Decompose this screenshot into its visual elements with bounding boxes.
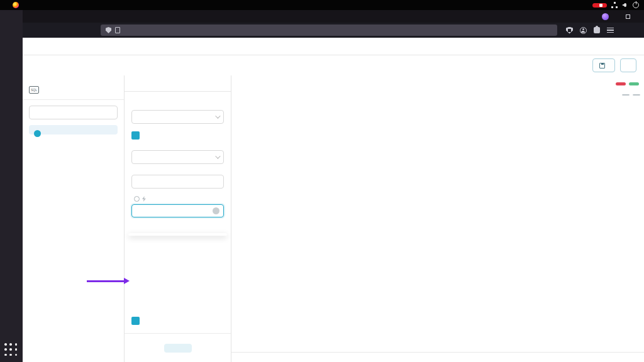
url-toolbar — [23, 23, 644, 38]
label-contents-label — [131, 196, 224, 202]
stop-icon — [599, 4, 602, 7]
label-contents-dropdown — [128, 233, 227, 236]
pocket-shield-icon[interactable] — [566, 27, 573, 34]
margin-input[interactable] — [131, 175, 224, 189]
chevron-down-icon — [215, 153, 220, 158]
show-applications-button[interactable] — [4, 343, 18, 357]
orientation-select[interactable] — [131, 150, 224, 164]
update-chart-button[interactable] — [164, 344, 192, 353]
os-top-bar — [0, 0, 644, 10]
more-options-button[interactable] — [620, 58, 636, 72]
show-legend-row[interactable] — [131, 131, 224, 140]
sql-dataset-icon: SQL — [29, 86, 39, 94]
restore-button[interactable] — [626, 14, 630, 19]
screen: SQL — [0, 0, 644, 362]
annotation-arrow — [87, 280, 125, 282]
superset-navbar — [23, 38, 644, 55]
funnel-chart — [231, 75, 644, 362]
chart-panel — [231, 75, 644, 362]
private-browsing-badge — [602, 13, 612, 20]
account-icon[interactable] — [580, 27, 587, 34]
network-icon[interactable] — [611, 2, 618, 8]
url-field[interactable] — [101, 25, 557, 36]
tracking-shield-icon[interactable] — [106, 27, 111, 33]
save-disk-icon — [599, 63, 605, 69]
dataset-row[interactable]: SQL — [29, 86, 118, 94]
chart-title-bar — [23, 55, 644, 75]
clear-icon[interactable] — [213, 207, 219, 214]
legend-inverse-button[interactable] — [633, 94, 640, 96]
superset-app: SQL — [23, 38, 644, 362]
menu-icon[interactable] — [607, 27, 614, 34]
query-duration-badge — [629, 82, 639, 85]
firefox-window: SQL — [23, 10, 644, 362]
show-tooltip-row[interactable] — [131, 317, 143, 325]
search-metrics-input[interactable] — [29, 106, 118, 119]
show-legend-checkbox[interactable] — [131, 131, 140, 140]
volume-icon[interactable] — [622, 2, 628, 8]
panel-footer — [125, 333, 231, 362]
rerender-bolt-icon — [142, 196, 146, 202]
customize-panel — [125, 75, 231, 362]
page-info-icon[interactable] — [115, 27, 120, 33]
save-button[interactable] — [592, 58, 615, 72]
firefox-mini-icon — [13, 2, 19, 8]
recording-timer-badge[interactable] — [592, 3, 607, 8]
legend-all-button[interactable] — [622, 94, 630, 96]
color-scheme-select[interactable] — [131, 110, 224, 124]
power-icon[interactable] — [633, 2, 639, 8]
info-icon — [34, 130, 41, 137]
row-count-badge — [616, 82, 626, 85]
extensions-icon[interactable] — [594, 27, 600, 33]
private-browsing-icon — [602, 13, 609, 20]
chart-legend — [242, 94, 640, 96]
show-tooltip-checkbox[interactable] — [131, 317, 140, 325]
chevron-down-icon — [215, 113, 220, 118]
tab-bar — [23, 10, 644, 23]
info-circle-icon[interactable] — [134, 196, 140, 202]
dock — [0, 10, 23, 362]
workspace: SQL — [23, 75, 644, 362]
create-dataset-alert — [29, 125, 118, 134]
chart-source-panel: SQL — [23, 75, 125, 362]
label-contents-select[interactable] — [131, 204, 224, 217]
